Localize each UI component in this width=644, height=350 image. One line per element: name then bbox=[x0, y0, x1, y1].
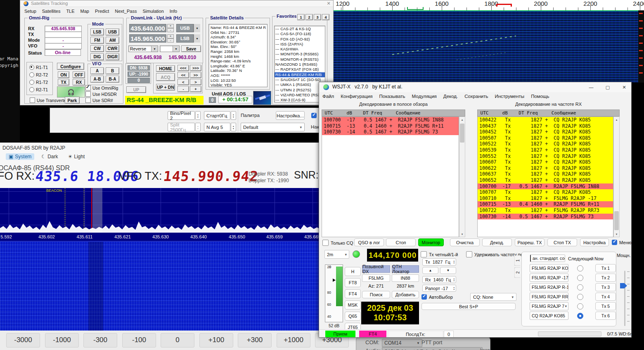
tx-message-field[interactable]: F5LMG R2AJP -17 bbox=[530, 274, 568, 282]
minimize-icon[interactable]: — bbox=[587, 83, 596, 91]
mode-button[interactable]: FT4 bbox=[345, 289, 361, 298]
decode-row[interactable]: 100422 Tx 1827 + CQ R2AJP KO85 bbox=[478, 117, 613, 123]
next-radio[interactable] bbox=[577, 275, 583, 281]
favorite-item[interactable]: --- UTMN 2 (RS27S) bbox=[275, 88, 325, 93]
mode-button[interactable]: DIG bbox=[90, 53, 104, 60]
up-dn-button[interactable]: UP + DN bbox=[156, 84, 175, 90]
home-button[interactable]: HOME bbox=[156, 65, 175, 72]
next-radio[interactable] bbox=[577, 303, 583, 310]
save-button[interactable]: Save bbox=[181, 45, 201, 52]
vfo-button[interactable]: B bbox=[106, 67, 119, 74]
tx-message-field[interactable]: F5LMG R2AJP RR73 bbox=[530, 293, 568, 301]
favorite-item[interactable]: --- RADFXSAT (FOX-1B) bbox=[275, 67, 325, 72]
frequency-ruler[interactable]: 1200140016001800200022002400 bbox=[333, 0, 644, 10]
mode-button[interactable]: USB bbox=[106, 29, 119, 36]
off-button[interactable]: OFF bbox=[73, 71, 85, 78]
mode-button[interactable]: CW bbox=[90, 45, 104, 52]
decode-row[interactable]: 100710 Tx 1827 + F5LMG R2AJP -17 bbox=[478, 195, 613, 202]
tx-frequency-marker[interactable] bbox=[496, 4, 512, 7]
preset-select[interactable]: ▼ bbox=[160, 45, 180, 52]
theme-chip[interactable]: ☀ Light bbox=[65, 153, 88, 160]
menu-item[interactable]: Predict bbox=[95, 9, 109, 14]
decode-row[interactable]: 100452 Tx 1827 + CQ R2AJP KO85 bbox=[478, 129, 613, 135]
rig-pair-radio[interactable]: R2-T1 bbox=[29, 87, 48, 92]
menu-item[interactable]: Конфигурация bbox=[341, 94, 372, 99]
tx-now-button[interactable]: Tx 6 bbox=[595, 312, 616, 320]
menu-item[interactable]: Инструменты bbox=[495, 94, 524, 99]
dx-call-field[interactable]: F5LMG bbox=[362, 274, 390, 282]
decode-row[interactable]: 100715 -13 0.4 1460 + R2AJP F5LMG R+11 bbox=[478, 201, 613, 207]
next-radio[interactable] bbox=[577, 265, 583, 271]
step-button[interactable]: < bbox=[178, 79, 189, 85]
decode-row[interactable]: 100539 Tx 1827 + CQ R2AJP KO85 bbox=[478, 147, 613, 153]
enable-tx-button[interactable]: Разреш. TX bbox=[515, 238, 545, 246]
step-button[interactable]: >>> bbox=[190, 65, 201, 71]
dial-frequency-display[interactable]: 144,170 000 bbox=[367, 249, 418, 262]
tx-tab-1[interactable]: 1 bbox=[514, 255, 521, 266]
decode-row[interactable]: 100437 Tx 1827 + CQ R2AJP KO85 bbox=[478, 123, 613, 129]
decode-row[interactable]: 100715 -13 0.4 1460 + R2AJP F5LMG R+11 bbox=[322, 123, 459, 129]
tx-even-checkbox[interactable]: Тх четный/1-й bbox=[421, 251, 458, 257]
palette-settings-button[interactable]: Настройка... bbox=[276, 111, 305, 120]
message-header-field[interactable]: ан. стандарт. соо bbox=[530, 255, 565, 262]
tx-message-field[interactable]: F5LMG R2AJP R-17 bbox=[530, 283, 568, 291]
decode-row[interactable]: 100507 Tx 1827 + CQ R2AJP KO85 bbox=[478, 135, 613, 141]
vfo-button[interactable]: A bbox=[90, 67, 104, 74]
uplink-mode-select[interactable]: LSB ▼ bbox=[176, 34, 200, 43]
frequency-offset-button[interactable]: -3000 bbox=[6, 333, 40, 348]
tx-message-field[interactable]: F5LMG R2AJP KO85 bbox=[530, 264, 568, 272]
step-button[interactable]: >> bbox=[190, 72, 201, 78]
scroll-thumb[interactable] bbox=[460, 124, 464, 143]
title-bar[interactable]: WSJT-X v2.7.0 by K1JT et al. — ▢ ✕ bbox=[319, 82, 631, 92]
menu-item[interactable]: Модуляция bbox=[412, 94, 437, 99]
menu-item[interactable]: Декод. bbox=[443, 94, 458, 99]
decode-button[interactable]: Декод. bbox=[482, 238, 512, 246]
mode-button[interactable]: H bbox=[345, 267, 361, 276]
use-transverter-checkbox[interactable]: Use Transverter bbox=[30, 98, 68, 103]
park-button[interactable]: Park bbox=[65, 97, 80, 104]
scroll-up-icon[interactable]: ▴ bbox=[459, 117, 465, 122]
rig-pair-radio[interactable]: R1-T1 bbox=[29, 65, 48, 70]
favorites-tab[interactable]: 3 bbox=[314, 14, 321, 20]
decode-row[interactable]: 100707 Tx 1827 + CQ R2AJP KO85 bbox=[478, 189, 613, 195]
mode-button[interactable]: CWR bbox=[106, 45, 119, 52]
favorite-item[interactable]: --- XW-3 (CAS-9) bbox=[275, 98, 325, 102]
bins-per-pixel-field[interactable]: Bins/Pixel 2 bbox=[168, 111, 195, 120]
monitor-button[interactable]: Монитор bbox=[418, 238, 444, 246]
close-icon[interactable]: ✕ bbox=[325, 0, 332, 7]
theme-chip[interactable]: ▣ System bbox=[6, 153, 34, 160]
step-button[interactable]: > bbox=[190, 79, 201, 85]
band-select[interactable]: 2m ▾ bbox=[324, 250, 349, 259]
rig-pair-radio[interactable]: R1-T2 bbox=[29, 80, 48, 85]
menu-item[interactable]: Помощь bbox=[531, 94, 549, 99]
scroll-down-icon[interactable]: ▾ bbox=[459, 231, 465, 237]
rx-frequency-scrollbar[interactable]: ▴ ▾ bbox=[613, 117, 620, 237]
favorite-item[interactable]: --- VIZARD-METEO (RS3 bbox=[275, 93, 325, 98]
scroll-down-icon[interactable]: ▾ bbox=[614, 231, 619, 237]
menu-item[interactable]: Файл bbox=[322, 94, 334, 99]
split-spinner[interactable]: ▴▾ bbox=[195, 123, 201, 131]
power-slider-handle[interactable] bbox=[620, 283, 627, 288]
decode-row[interactable]: 100637 Tx 1827 + CQ R2AJP KO85 bbox=[478, 171, 613, 177]
mode-button[interactable]: Q65 bbox=[345, 312, 361, 321]
menu-item[interactable]: Setup bbox=[24, 9, 36, 14]
downlink-spinner[interactable]: +- bbox=[167, 24, 174, 32]
auto-select-checkbox[interactable]: АвтоВыбор bbox=[421, 294, 453, 300]
vfo-tx-value[interactable]: 145.990.942 bbox=[163, 168, 259, 184]
next-radio[interactable] bbox=[577, 313, 583, 319]
power-slider-track[interactable] bbox=[624, 271, 625, 326]
tx-now-button[interactable]: Tx 1 bbox=[595, 264, 616, 272]
favorite-item[interactable]: --- KASHIWA bbox=[275, 47, 325, 52]
decode-row[interactable]: 100607 Tx 1827 + CQ R2AJP KO85 bbox=[478, 159, 613, 165]
waterfall-display[interactable] bbox=[333, 11, 644, 83]
frequency-offset-button[interactable]: 0 bbox=[161, 333, 194, 348]
favorite-item[interactable]: --- UMKA 1 (RS40S) bbox=[275, 82, 325, 87]
mode-button[interactable]: LSB bbox=[90, 29, 104, 36]
favorite-item[interactable]: --- FOX-1D (AO-92) bbox=[275, 37, 325, 42]
freq-up-button[interactable]: ▲ bbox=[422, 267, 438, 274]
theme-chip[interactable]: ☾ Dark bbox=[38, 153, 61, 160]
start-spinner[interactable]: ▴▾ bbox=[231, 111, 236, 120]
dx-grid-field[interactable]: IN88 bbox=[392, 274, 419, 282]
mode-button[interactable]: DIGR bbox=[106, 53, 119, 60]
tx-message-field[interactable]: CQ R2AJP KO85 bbox=[530, 312, 568, 320]
